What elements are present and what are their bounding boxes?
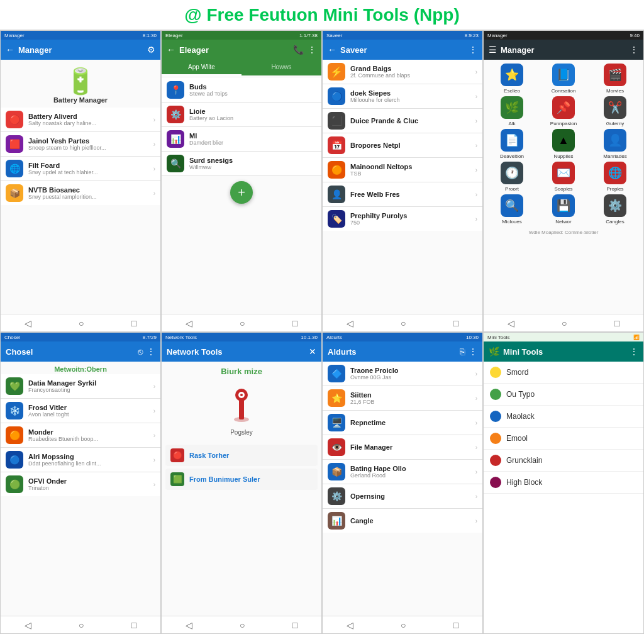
list-item-5-4[interactable]: 🟢 OFVl Onder Trinaton › (1, 472, 160, 496)
list-item-7-1[interactable]: ⭐ Siitten 21,6 FOB › (323, 386, 482, 411)
list-item-7-2[interactable]: 🖥️ Repnetime › (323, 411, 482, 435)
share-icon-5[interactable]: ⎋ (138, 347, 143, 357)
list-icon-1-1: 🟥 (6, 135, 23, 153)
mini-item-8-3[interactable]: Emool (484, 428, 643, 450)
recent-nav-3[interactable]: □ (453, 318, 458, 328)
list-icon-7-6: 📊 (328, 512, 345, 530)
mini-item-8-5[interactable]: High Block (484, 472, 643, 494)
recent-nav-4[interactable]: □ (614, 318, 619, 328)
back-icon-2[interactable]: ← (167, 45, 175, 55)
menu-icon-5[interactable]: ⋮ (147, 347, 155, 357)
back-icon-1[interactable]: ← (6, 45, 14, 55)
home-nav-7[interactable]: ○ (401, 620, 406, 630)
menu-icon-8[interactable]: ⋮ (630, 347, 638, 357)
list-icon-3-2: ⬛ (328, 112, 345, 130)
recent-nav-7[interactable]: □ (453, 620, 458, 630)
list-item-5-3[interactable]: 🔵 Alri Mopssing Ddat peenoflahing lien c… (1, 448, 160, 472)
list-item-7-0[interactable]: 🔷 Traone Proiclo Ovnme 00G Jas › (323, 362, 482, 386)
app-cell-4-3[interactable]: 🌿 Alk (487, 96, 536, 126)
app-cell-4-7[interactable]: ▲ Nuppiles (539, 129, 588, 159)
settings-icon-1[interactable]: ⚙ (147, 45, 155, 55)
back-nav-3[interactable]: ◁ (347, 318, 353, 328)
phone-icon-2[interactable]: 📞 (293, 45, 304, 55)
home-nav-4[interactable]: ○ (562, 318, 567, 328)
menu-icon-3[interactable]: ⋮ (469, 45, 477, 55)
list-item-3-3[interactable]: 📅 Bropores Netpl › (323, 133, 482, 158)
recent-nav-5[interactable]: □ (131, 620, 136, 630)
list-item-7-5[interactable]: ⚙️ Opernsing › (323, 484, 482, 509)
grid-footer-4: Wdle Moaplied: Comme-Slotier (484, 228, 643, 236)
list-icon-5-4: 🟢 (6, 475, 23, 493)
list-item-2-2[interactable]: 📊 MI Damdert blier (162, 127, 321, 152)
recent-nav-6[interactable]: □ (292, 620, 297, 630)
app-cell-4-14[interactable]: ⚙️ Cangles (591, 194, 640, 225)
app-cell-4-4[interactable]: 📌 Punnpasion (539, 96, 588, 126)
back-nav-6[interactable]: ◁ (186, 620, 192, 630)
back-icon-3[interactable]: ← (328, 45, 336, 55)
back-nav-7[interactable]: ◁ (347, 620, 353, 630)
home-nav-6[interactable]: ○ (240, 620, 245, 630)
list-item-1-1[interactable]: 🟥 Jainol Yesh Partes Snoep steam to high… (1, 132, 160, 157)
mini-item-8-2[interactable]: Maolack (484, 406, 643, 428)
phone-saver: Saveer 8:9:23 ← Saveer ⋮ ⚡ Grand Baigs 2… (322, 30, 483, 332)
app-cell-4-5[interactable]: ✂️ Guterny (591, 96, 640, 126)
copy-icon-7[interactable]: ⎘ (460, 347, 465, 357)
back-nav-1[interactable]: ◁ (25, 318, 31, 328)
action-item-6-0[interactable]: 🔴 Rask Torher (165, 445, 318, 466)
list-item-2-3[interactable]: 🔍 Surd snesigs Willmww (162, 152, 321, 176)
app-cell-4-13[interactable]: 💾 Networ (539, 194, 588, 225)
home-nav-2[interactable]: ○ (240, 318, 245, 328)
action-item-6-1[interactable]: 🟩 From Bunimuer Suler (165, 469, 318, 490)
list-icon-5-1: ❄️ (6, 402, 23, 419)
list-item-3-5[interactable]: 👤 Free Welb Fres › (323, 182, 482, 207)
app-cell-4-11[interactable]: 🌐 Proples (591, 162, 640, 192)
mini-item-8-1[interactable]: Ou Typo (484, 384, 643, 406)
list-item-3-6[interactable]: 🏷️ Prephilty Purolys 750 › (323, 207, 482, 231)
mini-item-8-0[interactable]: Smord (484, 362, 643, 384)
list-item-1-2[interactable]: 🌐 Filt Foard Srwy updel at tech hlahier.… (1, 157, 160, 181)
recent-nav-1[interactable]: □ (131, 318, 136, 328)
back-nav-4[interactable]: ◁ (508, 318, 514, 328)
mini-item-8-4[interactable]: Gruncklain (484, 450, 643, 472)
more-icon-4[interactable]: ⋮ (630, 45, 638, 55)
list-item-7-6[interactable]: 📊 Cangle › (323, 509, 482, 533)
list-item-3-0[interactable]: ⚡ Grand Baigs 2f. Commuse and blaps › (323, 60, 482, 84)
tab-app-wlite[interactable]: App Wlite (162, 60, 242, 75)
app-cell-4-10[interactable]: ✉️ Sooples (539, 162, 588, 192)
back-nav-2[interactable]: ◁ (186, 318, 192, 328)
app-icon-4-9: 🕐 (501, 162, 523, 184)
menu-icon-2[interactable]: ⋮ (308, 45, 316, 55)
app-cell-4-6[interactable]: 📄 Deaveltion (487, 129, 536, 159)
list-item-7-4[interactable]: 📦 Bating Hape Ollo Gerland Rood › (323, 460, 482, 484)
app-cell-4-1[interactable]: 📘 Conrsation (539, 64, 588, 94)
list-item-2-0[interactable]: 📍 Buds Stewe ad Toips (162, 78, 321, 103)
list-item-1-0[interactable]: 🔴 Battery Aliverd Salty noastak dary hal… (1, 108, 160, 132)
list-item-3-1[interactable]: 🔵 doek Siepes Milloouhe for olerch › (323, 84, 482, 109)
list-item-5-2[interactable]: 🟠 Monder Ruabedites Btuenith boop... › (1, 423, 160, 448)
list-item-5-0[interactable]: 💚 Datia Manager Syrkil Francyonsaoting › (1, 374, 160, 399)
home-nav-3[interactable]: ○ (401, 318, 406, 328)
app-icon-4-7: ▲ (552, 129, 575, 152)
app-cell-4-2[interactable]: 🎬 Morvies (591, 64, 640, 94)
app-cell-4-0[interactable]: ⭐ Esclleo (487, 64, 536, 94)
back-nav-5[interactable]: ◁ (25, 620, 31, 630)
app-cell-4-8[interactable]: 👤 Manriades (591, 129, 640, 159)
list-item-3-4[interactable]: 🟠 Mainoondl Neltops TSB › (323, 158, 482, 182)
list-item-7-3[interactable]: 👁️ File Manager › (323, 435, 482, 460)
app-cell-4-9[interactable]: 🕐 Proort (487, 162, 536, 192)
status-bar-1: Manager 8:1:30 (1, 31, 160, 40)
list-item-1-3[interactable]: 📦 NVTB Biosanec Srwy puestal ramploritio… (1, 181, 160, 205)
list-item-2-1[interactable]: ⚙️ Lioie Battery ao Lacion (162, 103, 321, 127)
app-cell-4-12[interactable]: 🔍 Micloues (487, 194, 536, 225)
home-nav-5[interactable]: ○ (79, 620, 84, 630)
recent-nav-2[interactable]: □ (292, 318, 297, 328)
home-nav-1[interactable]: ○ (79, 318, 84, 328)
menu-icon-7[interactable]: ⋮ (469, 347, 477, 357)
nav-bar-2: ◁ ○ □ (162, 314, 321, 331)
tab-howws[interactable]: Howws (242, 60, 321, 75)
fab-button-2[interactable]: + (230, 181, 253, 204)
close-icon-6[interactable]: ✕ (309, 347, 316, 357)
list-item-3-2[interactable]: ⬛ Duice Prande & Cluc › (323, 109, 482, 133)
list-item-5-1[interactable]: ❄️ Frosd Vitler Avon lanel toght › (1, 399, 160, 423)
menu-icon-4[interactable]: ☰ (489, 45, 497, 55)
